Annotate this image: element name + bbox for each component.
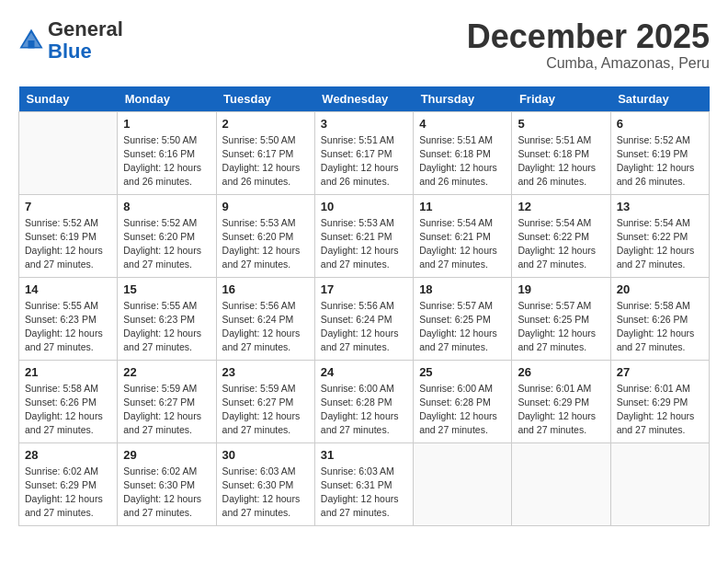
calendar-day-cell bbox=[19, 111, 118, 194]
calendar-day-cell: 24Sunrise: 6:00 AMSunset: 6:28 PMDayligh… bbox=[314, 360, 413, 442]
day-info: Sunrise: 5:51 AMSunset: 6:18 PMDaylight:… bbox=[518, 133, 604, 190]
weekday-header-cell: Saturday bbox=[610, 86, 709, 112]
calendar-table: SundayMondayTuesdayWednesdayThursdayFrid… bbox=[18, 86, 710, 526]
day-number: 28 bbox=[25, 448, 111, 462]
day-number: 20 bbox=[617, 282, 703, 296]
day-info: Sunrise: 6:01 AMSunset: 6:29 PMDaylight:… bbox=[518, 382, 604, 438]
day-info: Sunrise: 5:57 AMSunset: 6:25 PMDaylight:… bbox=[518, 299, 604, 355]
day-number: 29 bbox=[123, 448, 210, 462]
calendar-day-cell bbox=[512, 442, 610, 525]
day-info: Sunrise: 5:53 AMSunset: 6:20 PMDaylight:… bbox=[222, 216, 309, 272]
day-number: 26 bbox=[518, 365, 604, 379]
calendar-day-cell: 10Sunrise: 5:53 AMSunset: 6:21 PMDayligh… bbox=[314, 194, 413, 277]
calendar-day-cell: 6Sunrise: 5:52 AMSunset: 6:19 PMDaylight… bbox=[610, 111, 709, 194]
day-info: Sunrise: 6:02 AMSunset: 6:29 PMDaylight:… bbox=[25, 465, 111, 521]
month-year-title: December 2025 bbox=[467, 18, 710, 55]
calendar-day-cell: 16Sunrise: 5:56 AMSunset: 6:24 PMDayligh… bbox=[216, 277, 314, 360]
weekday-header-cell: Wednesday bbox=[314, 86, 413, 112]
day-info: Sunrise: 6:00 AMSunset: 6:28 PMDaylight:… bbox=[419, 382, 506, 438]
day-number: 12 bbox=[518, 200, 604, 213]
day-info: Sunrise: 5:51 AMSunset: 6:17 PMDaylight:… bbox=[321, 133, 407, 190]
day-number: 11 bbox=[419, 200, 506, 213]
calendar-day-cell: 22Sunrise: 5:59 AMSunset: 6:27 PMDayligh… bbox=[118, 360, 216, 442]
calendar-day-cell: 29Sunrise: 6:02 AMSunset: 6:30 PMDayligh… bbox=[118, 442, 216, 525]
day-number: 31 bbox=[321, 448, 407, 462]
day-number: 15 bbox=[123, 282, 210, 296]
day-number: 13 bbox=[617, 200, 703, 213]
day-info: Sunrise: 5:59 AMSunset: 6:27 PMDaylight:… bbox=[123, 382, 210, 438]
logo: General Blue bbox=[18, 18, 123, 63]
day-info: Sunrise: 6:03 AMSunset: 6:31 PMDaylight:… bbox=[321, 465, 407, 521]
day-info: Sunrise: 5:54 AMSunset: 6:22 PMDaylight:… bbox=[617, 216, 703, 272]
day-info: Sunrise: 5:56 AMSunset: 6:24 PMDaylight:… bbox=[321, 299, 407, 355]
calendar-day-cell: 18Sunrise: 5:57 AMSunset: 6:25 PMDayligh… bbox=[414, 277, 512, 360]
calendar-day-cell: 8Sunrise: 5:52 AMSunset: 6:20 PMDaylight… bbox=[118, 194, 216, 277]
calendar-body: 1Sunrise: 5:50 AMSunset: 6:16 PMDaylight… bbox=[19, 111, 710, 525]
weekday-header-cell: Friday bbox=[512, 86, 610, 112]
day-info: Sunrise: 5:55 AMSunset: 6:23 PMDaylight:… bbox=[123, 299, 210, 355]
calendar-day-cell: 9Sunrise: 5:53 AMSunset: 6:20 PMDaylight… bbox=[216, 194, 314, 277]
day-number: 25 bbox=[419, 365, 506, 379]
logo-general-text: General bbox=[48, 17, 123, 40]
calendar-day-cell: 2Sunrise: 5:50 AMSunset: 6:17 PMDaylight… bbox=[216, 111, 314, 194]
day-number: 7 bbox=[25, 200, 111, 213]
day-number: 3 bbox=[321, 117, 407, 131]
calendar-day-cell: 7Sunrise: 5:52 AMSunset: 6:19 PMDaylight… bbox=[19, 194, 118, 277]
day-number: 9 bbox=[222, 200, 309, 213]
calendar-day-cell: 28Sunrise: 6:02 AMSunset: 6:29 PMDayligh… bbox=[19, 442, 118, 525]
calendar-day-cell: 13Sunrise: 5:54 AMSunset: 6:22 PMDayligh… bbox=[610, 194, 709, 277]
logo-icon bbox=[18, 28, 44, 53]
calendar-day-cell: 1Sunrise: 5:50 AMSunset: 6:16 PMDaylight… bbox=[118, 111, 216, 194]
calendar-day-cell: 4Sunrise: 5:51 AMSunset: 6:18 PMDaylight… bbox=[414, 111, 512, 194]
calendar-day-cell: 20Sunrise: 5:58 AMSunset: 6:26 PMDayligh… bbox=[610, 277, 709, 360]
day-info: Sunrise: 5:55 AMSunset: 6:23 PMDaylight:… bbox=[25, 299, 111, 355]
day-info: Sunrise: 6:00 AMSunset: 6:28 PMDaylight:… bbox=[321, 382, 407, 438]
svg-rect-2 bbox=[28, 40, 35, 48]
day-number: 30 bbox=[222, 448, 309, 462]
day-number: 2 bbox=[222, 117, 309, 131]
calendar-week-row: 1Sunrise: 5:50 AMSunset: 6:16 PMDaylight… bbox=[19, 111, 710, 194]
day-number: 19 bbox=[518, 282, 604, 296]
day-info: Sunrise: 5:59 AMSunset: 6:27 PMDaylight:… bbox=[222, 382, 309, 438]
calendar-day-cell: 31Sunrise: 6:03 AMSunset: 6:31 PMDayligh… bbox=[314, 442, 413, 525]
calendar-day-cell: 30Sunrise: 6:03 AMSunset: 6:30 PMDayligh… bbox=[216, 442, 314, 525]
calendar-week-row: 21Sunrise: 5:58 AMSunset: 6:26 PMDayligh… bbox=[19, 360, 710, 442]
calendar-day-cell: 21Sunrise: 5:58 AMSunset: 6:26 PMDayligh… bbox=[19, 360, 118, 442]
day-info: Sunrise: 5:52 AMSunset: 6:20 PMDaylight:… bbox=[123, 216, 210, 272]
day-number: 21 bbox=[25, 365, 111, 379]
day-info: Sunrise: 5:52 AMSunset: 6:19 PMDaylight:… bbox=[25, 216, 111, 272]
day-number: 10 bbox=[321, 200, 407, 213]
day-number: 8 bbox=[123, 200, 210, 213]
day-info: Sunrise: 5:57 AMSunset: 6:25 PMDaylight:… bbox=[419, 299, 506, 355]
day-number: 16 bbox=[222, 282, 309, 296]
day-info: Sunrise: 5:50 AMSunset: 6:17 PMDaylight:… bbox=[222, 133, 309, 190]
day-info: Sunrise: 5:52 AMSunset: 6:19 PMDaylight:… bbox=[617, 133, 703, 190]
day-info: Sunrise: 5:54 AMSunset: 6:21 PMDaylight:… bbox=[419, 216, 506, 272]
day-info: Sunrise: 5:50 AMSunset: 6:16 PMDaylight:… bbox=[123, 133, 210, 190]
day-number: 24 bbox=[321, 365, 407, 379]
calendar-day-cell bbox=[414, 442, 512, 525]
weekday-header-cell: Tuesday bbox=[216, 86, 314, 112]
calendar-day-cell: 15Sunrise: 5:55 AMSunset: 6:23 PMDayligh… bbox=[118, 277, 216, 360]
calendar-day-cell bbox=[610, 442, 709, 525]
day-number: 18 bbox=[419, 282, 506, 296]
location-subtitle: Cumba, Amazonas, Peru bbox=[467, 55, 710, 72]
day-info: Sunrise: 5:58 AMSunset: 6:26 PMDaylight:… bbox=[25, 382, 111, 438]
weekday-header-cell: Monday bbox=[118, 86, 216, 112]
calendar-week-row: 7Sunrise: 5:52 AMSunset: 6:19 PMDaylight… bbox=[19, 194, 710, 277]
weekday-header-cell: Thursday bbox=[414, 86, 512, 112]
calendar-day-cell: 26Sunrise: 6:01 AMSunset: 6:29 PMDayligh… bbox=[512, 360, 610, 442]
calendar-day-cell: 27Sunrise: 6:01 AMSunset: 6:29 PMDayligh… bbox=[610, 360, 709, 442]
calendar-day-cell: 3Sunrise: 5:51 AMSunset: 6:17 PMDaylight… bbox=[314, 111, 413, 194]
calendar-day-cell: 5Sunrise: 5:51 AMSunset: 6:18 PMDaylight… bbox=[512, 111, 610, 194]
day-number: 1 bbox=[123, 117, 210, 131]
day-number: 17 bbox=[321, 282, 407, 296]
day-info: Sunrise: 6:02 AMSunset: 6:30 PMDaylight:… bbox=[123, 465, 210, 521]
day-number: 27 bbox=[617, 365, 703, 379]
day-number: 4 bbox=[419, 117, 506, 131]
day-info: Sunrise: 5:56 AMSunset: 6:24 PMDaylight:… bbox=[222, 299, 309, 355]
day-info: Sunrise: 6:01 AMSunset: 6:29 PMDaylight:… bbox=[617, 382, 703, 438]
calendar-day-cell: 14Sunrise: 5:55 AMSunset: 6:23 PMDayligh… bbox=[19, 277, 118, 360]
calendar-day-cell: 19Sunrise: 5:57 AMSunset: 6:25 PMDayligh… bbox=[512, 277, 610, 360]
day-info: Sunrise: 6:03 AMSunset: 6:30 PMDaylight:… bbox=[222, 465, 309, 521]
